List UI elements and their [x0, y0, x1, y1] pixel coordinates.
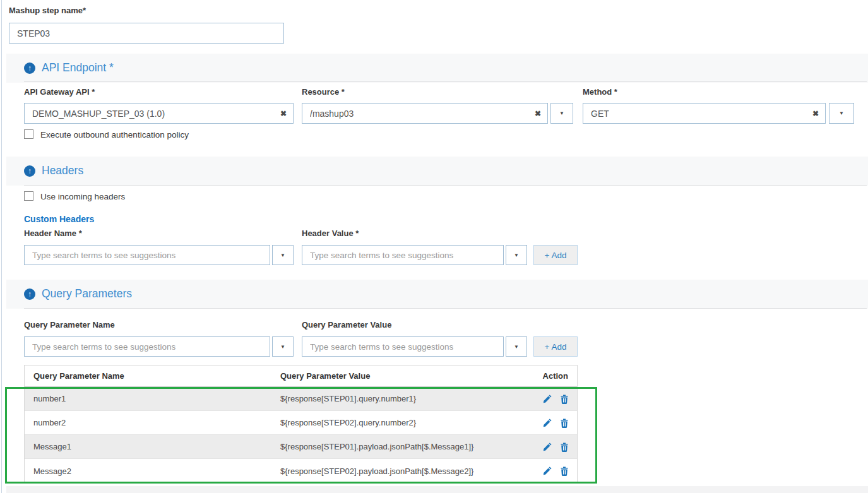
param-name: Message1 — [33, 442, 280, 451]
resource-box: ✖ — [302, 103, 548, 124]
header-name-input[interactable] — [32, 250, 263, 260]
chevron-down-icon: ▼ — [280, 252, 285, 258]
query-params-title-text: Query Parameters — [42, 287, 132, 300]
table-row: number2 ${response[STEP02].query.number2… — [25, 411, 577, 435]
add-header-button[interactable]: + Add — [533, 245, 578, 265]
param-value: ${response[STEP01].payload.jsonPath[$.Me… — [280, 442, 509, 451]
edit-pencil-icon[interactable] — [542, 442, 552, 452]
headers-header-band — [6, 157, 868, 186]
delete-trash-icon[interactable] — [559, 442, 569, 452]
query-param-name-box — [24, 336, 270, 357]
collapse-up-arrow-icon: ↑ — [24, 288, 35, 300]
header-name-box — [24, 245, 270, 265]
panel-left-border — [1, 0, 2, 493]
headers-title-text: Headers — [42, 164, 83, 177]
query-param-name-label: Query Parameter Name — [24, 320, 115, 330]
api-gateway-api-box: ✖ — [24, 103, 294, 124]
clear-icon[interactable]: ✖ — [535, 109, 541, 118]
query-param-value-box — [302, 336, 504, 357]
chevron-down-icon: ▼ — [514, 344, 519, 350]
header-value-dropdown-button[interactable]: ▼ — [506, 245, 527, 265]
query-params-table: Query Parameter Name Query Parameter Val… — [24, 365, 578, 484]
method-box: ✖ — [583, 103, 826, 124]
chevron-down-icon: ▼ — [559, 110, 564, 116]
delete-trash-icon[interactable] — [559, 466, 569, 476]
use-incoming-headers-checkbox[interactable] — [24, 191, 33, 201]
section-divider — [24, 81, 867, 82]
mashup-step-name-label: Mashup step name* — [9, 6, 86, 15]
outbound-auth-checkbox[interactable] — [24, 129, 33, 139]
header-value-box — [302, 245, 504, 265]
resource-input[interactable] — [310, 109, 531, 119]
api-gateway-api-input[interactable] — [32, 109, 276, 119]
param-name: number1 — [33, 394, 280, 403]
delete-trash-icon[interactable] — [559, 394, 569, 404]
param-value: ${response[STEP02].payload.jsonPath[$.Me… — [280, 466, 509, 476]
clear-icon[interactable]: ✖ — [280, 109, 287, 118]
query-param-name-dropdown-button[interactable]: ▼ — [272, 336, 294, 357]
api-endpoint-title-text: API Endpoint * — [42, 61, 114, 74]
col-header-name: Query Parameter Name — [33, 371, 280, 381]
query-params-header-band — [6, 280, 868, 309]
outbound-auth-label: Execute outbound authentication policy — [40, 130, 189, 140]
header-value-input[interactable] — [310, 250, 497, 260]
headers-section-title[interactable]: ↑ Headers — [24, 164, 83, 177]
next-section-band — [6, 486, 868, 493]
query-param-value-label: Query Parameter Value — [302, 320, 391, 330]
mashup-step-name-box — [9, 23, 284, 44]
param-value: ${response[STEP02].query.number2} — [280, 418, 509, 427]
edit-pencil-icon[interactable] — [542, 394, 552, 404]
resource-label: Resource * — [302, 87, 345, 97]
query-param-name-input[interactable] — [32, 342, 263, 352]
custom-headers-title: Custom Headers — [24, 214, 94, 224]
mashup-step-form: Mashup step name* ↑ API Endpoint * API G… — [0, 0, 868, 493]
header-value-label: Header Value * — [302, 229, 359, 238]
api-endpoint-section-title[interactable]: ↑ API Endpoint * — [24, 61, 114, 74]
header-name-label: Header Name * — [24, 229, 82, 238]
mashup-step-name-input[interactable] — [17, 28, 277, 39]
resource-dropdown-button[interactable]: ▼ — [550, 103, 573, 124]
table-row: Message1 ${response[STEP01].payload.json… — [25, 435, 577, 459]
method-dropdown-button[interactable]: ▼ — [829, 103, 854, 124]
chevron-down-icon: ▼ — [839, 110, 844, 116]
param-value: ${response[STEP01].query.number1} — [280, 394, 509, 403]
collapse-up-arrow-icon: ↑ — [24, 62, 35, 74]
chevron-down-icon: ▼ — [514, 252, 519, 258]
clear-icon[interactable]: ✖ — [812, 109, 819, 118]
collapse-up-arrow-icon: ↑ — [24, 165, 35, 177]
param-name: Message2 — [33, 466, 280, 476]
edit-pencil-icon[interactable] — [542, 466, 552, 476]
query-param-value-input[interactable] — [310, 342, 497, 352]
col-header-action: Action — [509, 371, 569, 381]
table-row: number1 ${response[STEP01].query.number1… — [25, 387, 577, 411]
delete-trash-icon[interactable] — [559, 418, 569, 428]
table-header-row: Query Parameter Name Query Parameter Val… — [25, 365, 577, 387]
method-label: Method * — [583, 87, 617, 97]
header-name-dropdown-button[interactable]: ▼ — [272, 245, 294, 265]
api-gateway-api-label: API Gateway API * — [24, 87, 95, 97]
col-header-value: Query Parameter Value — [280, 371, 509, 381]
edit-pencil-icon[interactable] — [542, 418, 552, 428]
api-endpoint-header-band — [6, 54, 868, 83]
section-divider — [24, 308, 867, 309]
method-input[interactable] — [591, 109, 809, 119]
query-params-section-title[interactable]: ↑ Query Parameters — [24, 287, 132, 300]
use-incoming-headers-label: Use incoming headers — [40, 192, 125, 201]
table-row: Message2 ${response[STEP02].payload.json… — [25, 459, 577, 483]
param-name: number2 — [33, 418, 280, 427]
chevron-down-icon: ▼ — [280, 344, 285, 350]
add-query-param-button[interactable]: + Add — [533, 336, 578, 357]
section-divider — [24, 185, 867, 186]
query-param-value-dropdown-button[interactable]: ▼ — [506, 336, 527, 357]
